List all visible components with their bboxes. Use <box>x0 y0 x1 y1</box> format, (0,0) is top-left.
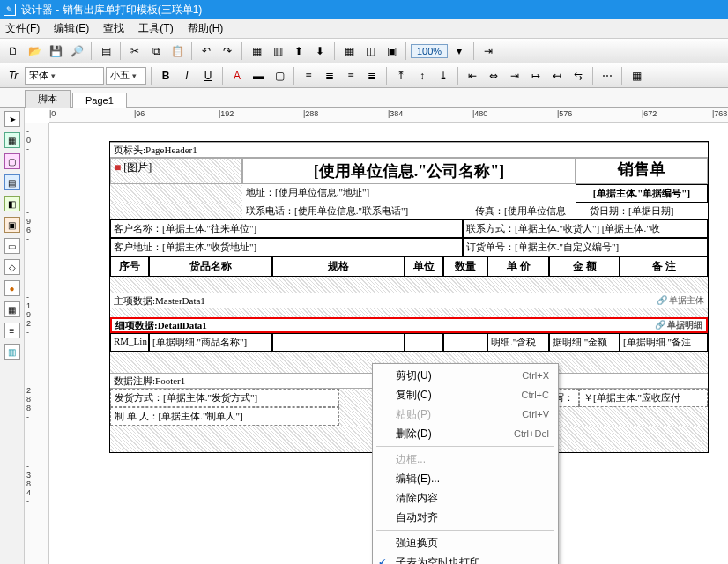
cut-icon[interactable]: ✂ <box>125 41 145 61</box>
halign-right-icon[interactable]: ⇥ <box>505 66 524 85</box>
zoom-drop-icon[interactable]: ▾ <box>449 41 469 61</box>
font-family-select[interactable]: 宋体 <box>25 67 104 85</box>
tool7-icon[interactable]: ◇ <box>4 259 20 275</box>
tab-row: 脚本 Page1 <box>0 88 728 108</box>
menubar: 文件(F) 编辑(E) 查找 工具(T) 帮助(H) <box>0 19 728 39</box>
hruler: |0 |96 |192 |288 |384 |480 |576 |672 |76… <box>49 108 728 123</box>
tool1-icon[interactable]: ▦ <box>4 132 20 148</box>
align-center-icon[interactable]: ≣ <box>320 66 339 85</box>
left-toolbar: ➤ ▦ ▢ ▤ ◧ ▣ ▭ ◇ ● ▦ ≡ ▥ <box>0 108 25 564</box>
grid-icon[interactable]: ▦ <box>339 41 359 61</box>
extras-icon[interactable]: ⋯ <box>598 66 617 85</box>
valign-bot-icon[interactable]: ⤓ <box>434 66 453 85</box>
valign-top-icon[interactable]: ⤒ <box>391 66 411 85</box>
menu-help[interactable]: 帮助(H) <box>188 21 224 36</box>
tool10-icon[interactable]: ≡ <box>4 323 20 338</box>
halign4-icon[interactable]: ↦ <box>526 66 546 85</box>
border-icon[interactable]: ▢ <box>270 66 289 85</box>
exit-icon[interactable]: ⇥ <box>479 41 498 61</box>
ungroup-icon[interactable]: ▥ <box>268 41 287 61</box>
page-icon[interactable]: ▤ <box>96 41 115 61</box>
fax-field[interactable]: 传真：[使用单位信息 <box>472 203 586 219</box>
zoom-indicator[interactable]: 100% <box>411 44 448 58</box>
font-size-select[interactable]: 小五 <box>106 67 146 85</box>
tool11-icon[interactable]: ▥ <box>4 344 20 360</box>
ctx-cut[interactable]: 剪切(U)Ctrl+X <box>373 366 558 385</box>
props-icon[interactable]: ▦ <box>627 66 646 85</box>
ctx-edit[interactable]: 编辑(E)... <box>373 469 558 488</box>
contact-field[interactable]: 联系方式：[单据主体."收货人"] [单据主体."收 <box>463 219 708 238</box>
fit-icon[interactable]: ▣ <box>382 41 401 61</box>
tool4-icon[interactable]: ◧ <box>4 196 20 212</box>
cust-name-field[interactable]: 客户名称：[单据主体."往来单位"] <box>110 219 463 238</box>
menu-edit[interactable]: 编辑(E) <box>54 21 89 36</box>
cust-addr-field[interactable]: 客户地址：[单据主体."收货地址"] <box>110 238 463 256</box>
paste-icon[interactable]: 📋 <box>167 41 187 61</box>
redo-icon[interactable]: ↷ <box>218 41 237 61</box>
ctx-border[interactable]: 边框... <box>373 449 558 469</box>
tab-page1[interactable]: Page1 <box>72 93 127 108</box>
tool3-icon[interactable]: ▤ <box>4 174 20 190</box>
titlebar: ✎ 设计器 - 销售出库单打印模板(三联单1) <box>0 0 728 19</box>
band-page-header[interactable]: 页标头:PageHeader1 <box>110 142 708 158</box>
band-detail[interactable]: 细项数据:DetailData1 🔗 单据明细 <box>110 317 708 333</box>
detail-row[interactable]: RM_Lin [单据明细."商品名称"] 明细."含税 据明细."金额 [单据明… <box>110 333 708 352</box>
align-justify-icon[interactable]: ≣ <box>362 66 382 85</box>
halign-left-icon[interactable]: ⇤ <box>463 66 482 85</box>
valign-mid-icon[interactable]: ↕ <box>412 66 432 85</box>
undo-icon[interactable]: ↶ <box>197 41 216 61</box>
pointer-icon[interactable]: ➤ <box>4 111 20 127</box>
billdate-field[interactable]: 货日期：[单据日期] <box>586 203 708 219</box>
tab-script[interactable]: 脚本 <box>25 90 71 108</box>
toolbar-format: Tr 宋体 小五 B I U A ▬ ▢ ≡ ≣ ≡ ≣ ⤒ ↕ ⤓ ⇤ ⇔ ⇥… <box>0 63 728 88</box>
ctx-clear[interactable]: 清除内容 <box>373 488 558 508</box>
align-right-icon[interactable]: ≡ <box>341 66 360 85</box>
italic-icon[interactable]: I <box>177 66 197 85</box>
align-left-icon[interactable]: ≡ <box>299 66 318 85</box>
new-icon[interactable]: 🗋 <box>4 41 23 61</box>
ctx-paste[interactable]: 粘贴(P)Ctrl+V <box>373 404 558 424</box>
ctx-force-page[interactable]: 强迫换页 <box>373 533 558 553</box>
snap-icon[interactable]: ◫ <box>360 41 380 61</box>
send-back-icon[interactable]: ⬇ <box>310 41 330 61</box>
phone-field[interactable]: 联系电话：[使用单位信息."联系电话"] <box>242 203 472 219</box>
addr-field[interactable]: 地址：[使用单位信息."地址"] <box>242 184 576 203</box>
halign5-icon[interactable]: ↤ <box>547 66 567 85</box>
pic-field[interactable]: ■ [图片] <box>110 158 242 184</box>
preview-icon[interactable]: 🔎 <box>67 41 86 61</box>
group-icon[interactable]: ▦ <box>247 41 266 61</box>
underline-icon[interactable]: U <box>198 66 218 85</box>
app-icon: ✎ <box>4 4 16 16</box>
bold-icon[interactable]: B <box>156 66 175 85</box>
fill-color-icon[interactable]: ▬ <box>249 66 268 85</box>
menu-file[interactable]: 文件(F) <box>5 21 40 36</box>
tool2-icon[interactable]: ▢ <box>4 153 20 169</box>
sum-field[interactable]: ￥[单据主体."应收应付 <box>579 389 708 407</box>
ctx-print-empty[interactable]: ✓子表为空时也打印 <box>373 553 558 564</box>
tool8-icon[interactable]: ● <box>4 280 20 296</box>
ctx-copy[interactable]: 复制(C)Ctrl+C <box>373 385 558 404</box>
orderno-field[interactable]: 订货单号：[单据主体."自定义编号"] <box>463 238 708 256</box>
context-menu: 剪切(U)Ctrl+X 复制(C)Ctrl+C 粘贴(P)Ctrl+V 删除(D… <box>372 363 559 564</box>
save-icon[interactable]: 💾 <box>46 41 65 61</box>
band-master[interactable]: 主项数据:MasterData1 🔗 单据主体 <box>110 293 708 308</box>
bring-front-icon[interactable]: ⬆ <box>289 41 308 61</box>
billno-field[interactable]: [单据主体."单据编号"] <box>576 184 708 203</box>
ship-field[interactable]: 发货方式：[单据主体."发货方式"] <box>110 389 339 407</box>
font-color-icon[interactable]: A <box>227 66 247 85</box>
halign-center-icon[interactable]: ⇔ <box>484 66 503 85</box>
menu-find[interactable]: 查找 <box>103 21 124 36</box>
ctx-delete[interactable]: 删除(D)Ctrl+Del <box>373 424 558 443</box>
copy-icon[interactable]: ⧉ <box>146 41 166 61</box>
doc-title-field[interactable]: 销售单 <box>576 158 708 184</box>
tool5-icon[interactable]: ▣ <box>4 217 20 233</box>
company-field[interactable]: [使用单位信息."公司名称"] <box>242 158 576 184</box>
tool6-icon[interactable]: ▭ <box>4 238 20 254</box>
open-icon[interactable]: 📂 <box>25 41 44 61</box>
ctx-align[interactable]: 自动对齐 <box>373 508 558 527</box>
vruler: - 0 - - 9 6 - - 1 9 2 - - 2 8 8 - - 3 8 <box>25 123 49 564</box>
maker-field[interactable]: 制 单 人：[单据主体."制单人"] <box>110 407 339 426</box>
menu-tool[interactable]: 工具(T) <box>138 21 173 36</box>
tool9-icon[interactable]: ▦ <box>4 301 20 317</box>
halign6-icon[interactable]: ⇆ <box>568 66 588 85</box>
